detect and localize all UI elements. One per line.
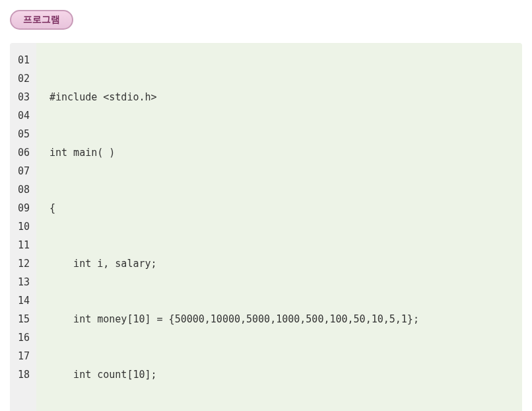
line-number: 06: [17, 143, 30, 162]
code-line: int i, salary;: [50, 254, 509, 273]
code-container: 01 02 03 04 05 06 07 08 09 10 11 12 13 1…: [10, 43, 522, 411]
badge-label: 프로그램: [23, 14, 60, 24]
line-number: 08: [17, 180, 30, 199]
line-number: 05: [17, 125, 30, 143]
code-line: int main( ): [50, 143, 509, 162]
code-line: #include <stdio.h>: [50, 88, 509, 106]
code-line: {: [50, 199, 509, 217]
line-number: 11: [17, 236, 30, 254]
line-number: 07: [17, 162, 30, 180]
line-number: 12: [17, 254, 30, 273]
line-number: 17: [17, 347, 30, 365]
line-number: 15: [17, 310, 30, 328]
line-number: 14: [17, 291, 30, 310]
line-number: 03: [17, 88, 30, 106]
line-numbers-gutter: 01 02 03 04 05 06 07 08 09 10 11 12 13 1…: [10, 43, 36, 411]
line-number: 16: [17, 328, 30, 347]
code-body: #include <stdio.h> int main( ) { int i, …: [36, 43, 522, 411]
line-number: 09: [17, 199, 30, 217]
line-number: 13: [17, 273, 30, 291]
code-line: int money[10] = {50000,10000,5000,1000,5…: [50, 310, 509, 328]
line-number: 02: [17, 69, 30, 88]
line-number: 18: [17, 365, 30, 384]
program-badge: 프로그램: [10, 10, 73, 30]
line-number: 04: [17, 106, 30, 125]
code-line: int count[10];: [50, 365, 509, 384]
line-number: 10: [17, 217, 30, 236]
line-number: 01: [17, 51, 30, 69]
